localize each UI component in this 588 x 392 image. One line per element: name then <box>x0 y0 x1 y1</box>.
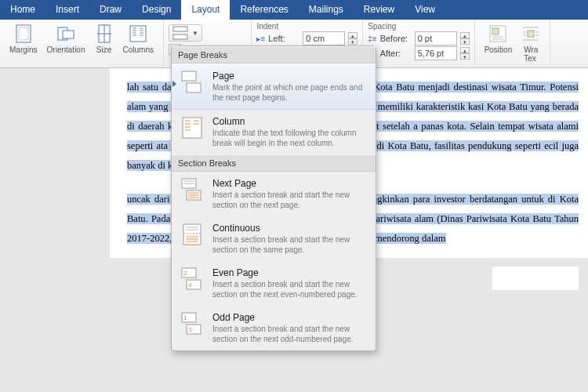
indent-left-spinner[interactable]: ▴▾ <box>348 32 358 45</box>
wrap-text-label: Wra Tex <box>524 45 538 63</box>
break-odd-page-desc: Insert a section break and start the new… <box>212 325 368 344</box>
svg-rect-17 <box>173 34 187 39</box>
indent-left-icon: ▸≡ <box>256 34 265 43</box>
spacing-before-label: Before: <box>380 34 412 43</box>
break-even-page-icon: 24 <box>180 267 205 291</box>
break-next-page-title: Next Page <box>212 178 368 189</box>
break-next-page-icon <box>180 178 205 201</box>
indent-header: Indent <box>256 22 278 31</box>
break-even-page-title: Even Page <box>212 267 368 278</box>
size-button[interactable]: Size <box>90 23 118 56</box>
svg-text:2: 2 <box>183 270 187 277</box>
spacing-before-spinner[interactable]: ▴▾ <box>460 32 470 45</box>
break-even-page-item[interactable]: 24 Even Page Insert a section break and … <box>172 261 376 306</box>
orientation-button[interactable]: Orientation <box>42 23 90 56</box>
section-breaks-header: Section Breaks <box>172 154 376 172</box>
svg-text:4: 4 <box>188 281 192 289</box>
svg-rect-16 <box>173 27 187 31</box>
orientation-label: Orientation <box>47 45 85 54</box>
tab-insert[interactable]: Insert <box>45 0 89 20</box>
tab-strip: Home Insert Draw Design Layout Reference… <box>0 0 588 20</box>
tab-review[interactable]: Review <box>354 0 405 20</box>
page-breaks-header: Page Breaks <box>172 46 376 64</box>
columns-icon <box>129 24 147 43</box>
spacing-after-spinner[interactable]: ▴▾ <box>460 47 470 60</box>
size-icon <box>95 24 114 43</box>
break-column-title: Column <box>212 116 368 127</box>
break-continuous-icon <box>180 223 205 246</box>
svg-text:3: 3 <box>188 326 192 333</box>
break-page-icon <box>180 71 205 94</box>
break-column-desc: Indicate that the text following the col… <box>212 129 368 148</box>
break-page-item[interactable]: Page Mark the point at which one page en… <box>172 64 376 110</box>
tab-layout[interactable]: Layout <box>181 0 230 20</box>
tab-view[interactable]: View <box>405 0 445 20</box>
indent-left-input[interactable]: 0 cm <box>303 31 345 45</box>
spacing-before-icon: ‡≡ <box>368 34 376 43</box>
orientation-icon <box>56 24 75 43</box>
break-odd-page-item[interactable]: 13 Odd Page Insert a section break and s… <box>172 306 376 350</box>
tab-home[interactable]: Home <box>0 0 45 20</box>
indent-left-label: Left: <box>268 34 299 43</box>
break-next-page-item[interactable]: Next Page Insert a section break and sta… <box>172 172 376 216</box>
spacing-before-input[interactable]: 0 pt <box>415 31 457 45</box>
break-column-item[interactable]: Column Indicate that the text following … <box>172 110 376 154</box>
menu-indicator-arrow <box>172 81 176 87</box>
svg-rect-27 <box>528 31 534 37</box>
position-button[interactable]: Position <box>480 23 517 56</box>
break-continuous-item[interactable]: Continuous Insert a section break and st… <box>172 216 376 261</box>
break-page-title: Page <box>212 71 368 82</box>
unselected-gap <box>492 267 579 290</box>
spacing-after-input[interactable]: 5,76 pt <box>415 46 457 60</box>
columns-label: Columns <box>123 45 154 54</box>
break-continuous-desc: Insert a section break and start the new… <box>212 235 368 255</box>
columns-button[interactable]: Columns <box>118 23 158 56</box>
break-continuous-title: Continuous <box>212 223 368 234</box>
svg-rect-3 <box>63 31 74 38</box>
position-icon <box>488 24 507 43</box>
position-label: Position <box>485 45 513 54</box>
group-spacing: Spacing ‡≡ Before: 0 pt ▴▾ ≡‡ After: 5,7… <box>363 20 474 67</box>
wrap-text-button[interactable]: Wra Tex <box>517 23 545 64</box>
margins-icon <box>14 24 33 43</box>
chevron-down-icon: ▼ <box>192 30 198 37</box>
break-next-page-desc: Insert a section break and start the new… <box>212 191 368 210</box>
svg-text:1: 1 <box>183 314 187 321</box>
group-page-setup: Margins Orientation Size Columns <box>0 20 164 67</box>
group-arrange: Position Wra Tex <box>475 20 551 67</box>
tab-draw[interactable]: Draw <box>89 0 132 20</box>
break-odd-page-title: Odd Page <box>212 312 368 323</box>
breaks-icon <box>172 26 188 40</box>
size-label: Size <box>96 45 111 54</box>
break-even-page-desc: Insert a section break and start the new… <box>212 280 368 299</box>
breaks-button[interactable]: ▼ <box>169 24 202 42</box>
spacing-header: Spacing <box>368 22 396 31</box>
wrap-text-icon <box>521 24 540 43</box>
tab-references[interactable]: References <box>230 0 298 20</box>
break-page-desc: Mark the point at which one page ends an… <box>212 83 368 103</box>
svg-rect-34 <box>182 71 196 81</box>
tab-mailings[interactable]: Mailings <box>299 0 354 20</box>
tab-design[interactable]: Design <box>132 0 181 20</box>
svg-rect-35 <box>187 83 201 93</box>
spacing-after-label: After: <box>380 49 412 58</box>
break-odd-page-icon: 13 <box>180 312 205 336</box>
break-column-icon <box>180 116 205 140</box>
breaks-dropdown: Page Breaks Page Mark the point at which… <box>171 45 376 351</box>
margins-button[interactable]: Margins <box>5 23 42 56</box>
margins-label: Margins <box>9 45 38 54</box>
svg-rect-24 <box>492 28 499 34</box>
